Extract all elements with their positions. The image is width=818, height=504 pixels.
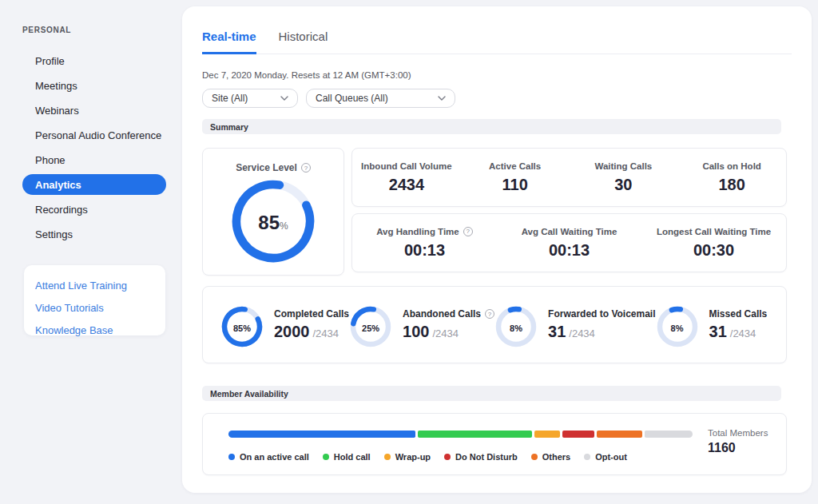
service-level-card: Service Level ? 85 % bbox=[202, 148, 344, 276]
missed-calls-total: /2434 bbox=[730, 327, 756, 339]
service-level-label: Service Level bbox=[236, 162, 297, 173]
stat-value: 00:30 bbox=[693, 241, 734, 260]
sidebar-item-profile[interactable]: Profile bbox=[22, 50, 166, 71]
stat-avg-handling-time: Avg Handling Time ? 00:13 bbox=[352, 227, 497, 260]
filters-row: Site (All) Call Queues (All) bbox=[202, 89, 455, 108]
stat-label: Active Calls bbox=[489, 161, 541, 171]
call-volume-stats-card: Inbound Call Volume 2434 Active Calls 11… bbox=[351, 148, 787, 207]
donut-percent-label: 25% bbox=[362, 323, 379, 333]
stat-value: 180 bbox=[718, 176, 745, 194]
legend-item-on-an-active-call: On an active call bbox=[228, 452, 309, 462]
chevron-down-icon bbox=[438, 96, 446, 101]
completed-calls-group: 85% Completed Calls 2000 /2434 bbox=[220, 299, 349, 351]
donut-percent-label: 8% bbox=[510, 323, 522, 333]
abandoned-calls-group: 25% Abandoned Calls ? 100 /2434 bbox=[349, 299, 494, 351]
legend-item-opt-out: Opt-out bbox=[584, 452, 627, 462]
completed-calls-label: Completed Calls bbox=[274, 308, 349, 319]
legend-label: Others bbox=[542, 452, 570, 462]
info-icon[interactable]: ? bbox=[463, 227, 473, 236]
stat-active-calls: Active Calls 110 bbox=[461, 161, 570, 194]
tab-bar: Real-time Historical bbox=[202, 28, 792, 54]
stat-value: 2434 bbox=[389, 176, 425, 194]
link-knowledge-base[interactable]: Knowledge Base bbox=[35, 319, 165, 341]
forwarded-to-voicemail-group: 8% Forwarded to Voicemail 31 /2434 bbox=[494, 299, 655, 351]
stat-label: Inbound Call Volume bbox=[361, 161, 452, 171]
bar-segment-do-not-disturb bbox=[562, 431, 594, 438]
legend-item-do-not-disturb: Do Not Disturb bbox=[444, 452, 518, 462]
legend-dot-icon bbox=[323, 454, 329, 460]
stat-label: Avg Handling Time ? bbox=[376, 227, 473, 236]
legend-label: Do Not Disturb bbox=[455, 452, 518, 462]
legend-label: Wrap-up bbox=[395, 452, 431, 462]
reset-schedule-text: Dec 7, 2020 Monday. Resets at 12 AM (GMT… bbox=[202, 70, 411, 80]
stat-longest-call-waiting-time: Longest Call Waiting Time 00:30 bbox=[641, 227, 786, 260]
site-filter-value: Site (All) bbox=[212, 93, 248, 104]
member-availability-card: On an active call Hold call Wrap-up Do N… bbox=[202, 413, 787, 475]
bar-segment-hold-call bbox=[418, 431, 532, 438]
member-availability-legend: On an active call Hold call Wrap-up Do N… bbox=[228, 452, 627, 462]
sidebar-item-meetings[interactable]: Meetings bbox=[22, 75, 166, 96]
sidebar-section-label: PERSONAL bbox=[22, 26, 71, 34]
bar-segment-others bbox=[597, 431, 642, 438]
tab-historical[interactable]: Historical bbox=[279, 28, 328, 54]
completed-calls-total: /2434 bbox=[313, 327, 340, 339]
site-filter-dropdown[interactable]: Site (All) bbox=[202, 89, 298, 108]
service-level-donut: 85 % bbox=[232, 180, 315, 266]
stat-value: 00:13 bbox=[404, 241, 445, 260]
stat-waiting-calls: Waiting Calls 30 bbox=[570, 161, 678, 194]
sidebar-item-analytics[interactable]: Analytics bbox=[22, 174, 166, 195]
help-links-card: Attend Live Training Video Tutorials Kno… bbox=[24, 265, 165, 335]
legend-item-hold-call: Hold call bbox=[323, 452, 371, 462]
completed-calls-donut: 85% bbox=[220, 305, 264, 351]
forwarded-to-voicemail-total: /2434 bbox=[569, 327, 595, 339]
stat-value: 00:13 bbox=[549, 241, 590, 260]
sidebar-item-personal-audio-conference[interactable]: Personal Audio Conference bbox=[22, 125, 166, 145]
missed-calls-group: 8% Missed Calls 31 /2434 bbox=[656, 299, 768, 351]
stat-avg-call-waiting-time: Avg Call Waiting Time 00:13 bbox=[497, 227, 641, 260]
service-level-percent-unit: % bbox=[280, 220, 288, 232]
donut-percent-label: 8% bbox=[671, 323, 684, 333]
timing-stats-card: Avg Handling Time ? 00:13 Avg Call Waiti… bbox=[351, 213, 787, 272]
service-level-title: Service Level ? bbox=[203, 162, 343, 173]
link-video-tutorials[interactable]: Video Tutorials bbox=[35, 296, 165, 319]
service-level-percent: 85 % bbox=[232, 180, 315, 266]
legend-label: On an active call bbox=[240, 452, 309, 462]
abandoned-calls-value: 100 bbox=[403, 323, 429, 341]
info-icon[interactable]: ? bbox=[301, 163, 311, 173]
analytics-panel: Real-time Historical Dec 7, 2020 Monday.… bbox=[182, 6, 812, 493]
bar-segment-opt-out bbox=[645, 431, 693, 438]
info-icon[interactable]: ? bbox=[485, 309, 494, 319]
forwarded-to-voicemail-donut: 8% bbox=[494, 305, 538, 351]
legend-item-wrap-up: Wrap-up bbox=[384, 452, 431, 462]
legend-label: Opt-out bbox=[595, 452, 627, 462]
total-members-block: Total Members 1160 bbox=[708, 428, 768, 455]
stat-label: Avg Call Waiting Time bbox=[522, 227, 617, 236]
stat-label: Longest Call Waiting Time bbox=[657, 227, 771, 236]
sidebar-item-recordings[interactable]: Recordings bbox=[22, 199, 166, 220]
legend-dot-icon bbox=[531, 454, 538, 460]
stat-label-text: Avg Handling Time bbox=[376, 227, 459, 236]
abandoned-calls-label-text: Abandoned Calls bbox=[403, 308, 481, 319]
sidebar-item-settings[interactable]: Settings bbox=[22, 224, 166, 244]
legend-dot-icon bbox=[444, 454, 451, 460]
stat-label: Calls on Hold bbox=[702, 161, 760, 171]
stat-value: 110 bbox=[502, 176, 527, 194]
missed-calls-label: Missed Calls bbox=[709, 308, 768, 319]
call-queues-filter-dropdown[interactable]: Call Queues (All) bbox=[306, 89, 455, 108]
chevron-down-icon bbox=[280, 96, 288, 101]
member-availability-stacked-bar bbox=[228, 431, 693, 438]
stat-label: Waiting Calls bbox=[594, 161, 652, 171]
stat-calls-on-hold: Calls on Hold 180 bbox=[677, 161, 786, 194]
stat-value: 30 bbox=[614, 176, 632, 194]
legend-label: Hold call bbox=[334, 452, 371, 462]
completed-calls-value: 2000 bbox=[274, 323, 310, 341]
donut-percent-label: 85% bbox=[233, 323, 251, 333]
total-members-label: Total Members bbox=[708, 428, 768, 438]
sidebar-item-phone[interactable]: Phone bbox=[22, 149, 166, 170]
tab-real-time[interactable]: Real-time bbox=[202, 28, 256, 54]
link-attend-live-training[interactable]: Attend Live Training bbox=[35, 274, 165, 296]
sidebar-item-webinars[interactable]: Webinars bbox=[22, 100, 166, 121]
missed-calls-value: 31 bbox=[709, 323, 727, 341]
stat-inbound-call-volume: Inbound Call Volume 2434 bbox=[352, 161, 461, 194]
legend-item-others: Others bbox=[531, 452, 570, 462]
